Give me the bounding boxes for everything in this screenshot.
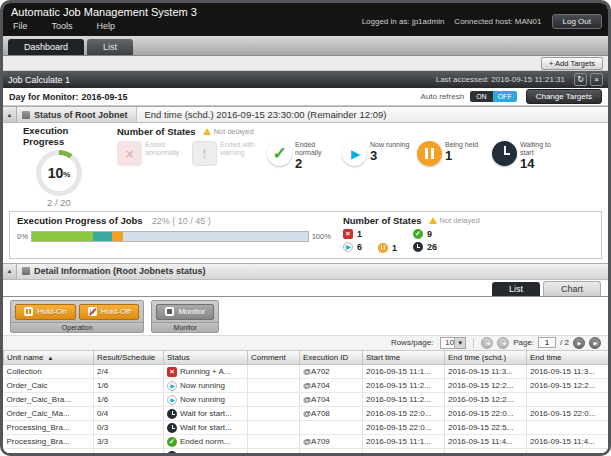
held-icon <box>378 243 388 253</box>
status-icon <box>167 367 177 377</box>
menu-file[interactable]: File <box>13 21 28 31</box>
monitor-icon <box>165 307 174 316</box>
prev-page-button[interactable]: ◀ <box>497 337 509 349</box>
number-of-states-label: Number of States <box>117 126 196 137</box>
column-header-comment[interactable]: Comment <box>248 351 300 365</box>
pagination-bar: Rows/page: 10 ▼ |◀ ◀ Page: / 2 ▶ ▶| <box>3 335 608 351</box>
waiting-icon <box>413 242 423 252</box>
tab-dashboard[interactable]: Dashboard <box>8 39 84 55</box>
page-number-input[interactable] <box>538 337 556 348</box>
logout-button[interactable]: Log Out <box>552 14 602 29</box>
status-panel-title: Status of Root Jobnet <box>30 107 136 122</box>
monitor-controls: Auto refresh ON OFF Change Targets <box>421 89 602 104</box>
detail-table-container: Unit name▲ Result/Schedule Status Commen… <box>3 351 608 453</box>
column-header-start-time[interactable]: Start time <box>363 351 445 365</box>
table-row[interactable]: Order_Caic 1/6 Now running @A704 2016-09… <box>4 379 609 393</box>
progress-segment <box>93 232 112 241</box>
tab-list[interactable]: List <box>87 39 133 55</box>
execution-progress-percent: 10% <box>36 150 82 196</box>
ended-with-warning-icon <box>192 141 217 166</box>
jobs-states-title: Number of States <box>343 215 422 226</box>
chevron-down-icon: ▼ <box>454 338 465 348</box>
monitor-group: Monitor Monitor <box>151 300 219 333</box>
connected-host-label: Connected host: MAN01 <box>454 17 541 26</box>
execution-progress-donut: 10% <box>36 150 82 196</box>
table-row[interactable]: Processing_Bra... 0/3 Wait for start... … <box>4 449 609 453</box>
hold-off-button[interactable]: Hold-Off <box>79 304 140 320</box>
table-row[interactable]: Order_Calc_Ma... 0/4 Wait for start... @… <box>4 407 609 421</box>
operation-group: Hold-On Hold-Off Operation <box>10 300 144 333</box>
waiting-to-start-icon <box>492 141 517 166</box>
rows-per-page-select[interactable]: 10 ▼ <box>440 337 466 349</box>
status-icon <box>167 395 177 405</box>
state-being-held[interactable]: Being held 1 <box>417 141 487 166</box>
rows-per-page-label: Rows/page: <box>391 338 433 347</box>
jobs-held-count: 1 <box>378 243 397 253</box>
status-panel-icon <box>22 111 30 119</box>
error-icon <box>343 229 353 239</box>
table-row[interactable]: Processing_Bra... 3/3 Ended norm... @A70… <box>4 435 609 449</box>
execution-progress-ratio: 2 / 20 <box>47 197 71 208</box>
table-row[interactable]: Order_Caic_Bra... 1/6 Now running @A704 … <box>4 393 609 407</box>
auto-refresh-on-toggle[interactable]: ON <box>470 91 493 102</box>
day-for-monitor-value: 2016-09-15 <box>82 92 128 102</box>
column-header-execution-id[interactable]: Execution ID <box>300 351 363 365</box>
add-targets-button[interactable]: + Add Targets <box>541 57 603 70</box>
auto-refresh-off-toggle[interactable]: OFF <box>493 91 517 102</box>
first-page-button[interactable]: |◀ <box>481 337 493 349</box>
collapse-detail-panel-icon[interactable]: ▲ <box>3 264 17 279</box>
status-panel-header: ▲ Status of Root Jobnet End time (schd.)… <box>3 106 608 123</box>
job-title: Job Calculate 1 <box>8 75 436 85</box>
running-icon <box>343 242 353 252</box>
last-page-button[interactable]: ▶| <box>589 337 601 349</box>
detail-tab-chart[interactable]: Chart <box>543 281 601 296</box>
menu-tools[interactable]: Tools <box>52 21 73 31</box>
warning-icon <box>429 217 437 224</box>
refresh-icon[interactable]: ↻ <box>574 73 587 86</box>
logged-in-label: Logged in as: jp1admin <box>362 17 445 26</box>
progress-segment <box>123 232 308 241</box>
table-row[interactable]: Collection 2/4 Running + A... @A702 2016… <box>4 365 609 379</box>
state-ended-abnormally[interactable]: Ended abnormally <box>117 141 187 166</box>
warning-icon <box>203 128 211 135</box>
jobs-progress-bar <box>31 231 309 242</box>
last-accessed-label: Last accessed: 2016-09-15 11:21:31 <box>436 75 565 84</box>
detail-table: Unit name▲ Result/Schedule Status Commen… <box>3 351 608 453</box>
hold-off-icon <box>88 307 97 316</box>
column-header-result-schedule[interactable]: Result/Schedule <box>94 351 164 365</box>
status-icon <box>167 451 177 453</box>
column-header-end-time-schd[interactable]: End time (schd.) <box>445 351 527 365</box>
hold-on-button[interactable]: Hold-On <box>15 304 76 320</box>
status-icon <box>167 381 177 391</box>
divider <box>473 338 474 348</box>
jobs-progress-section: Execution Progress of Jobs 22% ( 10 / 45… <box>17 215 331 253</box>
state-ended-with-warning[interactable]: Ended with warning <box>192 141 262 166</box>
detail-tab-list[interactable]: List <box>492 282 540 296</box>
job-title-bar: Job Calculate 1 Last accessed: 2016-09-1… <box>3 71 608 88</box>
close-icon[interactable]: × <box>590 73 603 86</box>
operation-group-label: Operation <box>11 322 143 332</box>
jobs-states-section: Number of States Not delayed 1 6 1 <box>343 215 594 253</box>
monitor-button[interactable]: Monitor <box>156 304 214 320</box>
jobs-states-grid: 1 6 1 9 26 <box>343 229 594 253</box>
state-ended-normally[interactable]: Ended normally 2 <box>267 141 337 171</box>
progress-end-label: 100% <box>312 232 331 241</box>
table-row[interactable]: Processing_Bra... 0/3 Wait for start... … <box>4 421 609 435</box>
column-header-unit-name[interactable]: Unit name▲ <box>4 351 94 365</box>
collapse-status-panel-icon[interactable]: ▲ <box>3 107 17 122</box>
jobs-progress-percent: 22% ( 10 / 45 ) <box>152 216 211 226</box>
next-page-button[interactable]: ▶ <box>573 337 585 349</box>
menu-help[interactable]: Help <box>97 21 116 31</box>
column-header-status[interactable]: Status <box>164 351 248 365</box>
end-time-label: End time (schd.) 2016-09-15 23:30:00 (Re… <box>136 107 609 122</box>
state-waiting-to-start[interactable]: Waiting to start 14 <box>492 141 562 171</box>
status-icon <box>167 409 177 419</box>
hold-on-icon <box>24 307 33 316</box>
ended-normally-icon <box>267 141 292 166</box>
change-targets-button[interactable]: Change Targets <box>526 89 602 104</box>
state-now-running[interactable]: Now running 3 <box>342 141 412 166</box>
column-header-end-time[interactable]: End time <box>527 351 609 365</box>
execution-progress-label: Execution Progress <box>23 126 95 148</box>
jobs-error-count: 1 <box>343 229 362 239</box>
main-tab-bar: Dashboard List <box>3 36 608 56</box>
